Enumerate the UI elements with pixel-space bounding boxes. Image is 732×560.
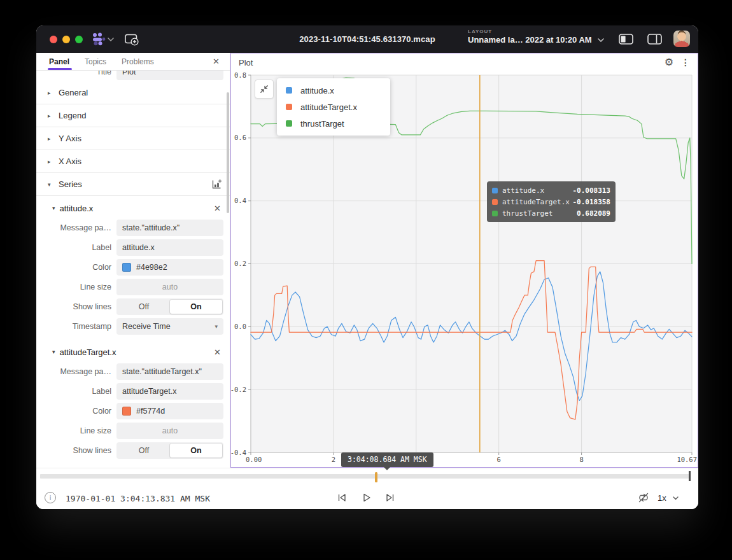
chevron-down-icon: ▾ [52, 349, 55, 355]
zoom-window-button[interactable] [75, 36, 83, 43]
left-sidebar-toggle-icon[interactable] [619, 34, 633, 47]
show-lines-label: Show lines [36, 302, 116, 311]
show-lines-toggle: Off On [116, 298, 223, 315]
label-field-label: Label [36, 387, 116, 396]
section-x-axis[interactable]: ▸ X Axis [36, 150, 230, 173]
show-lines-off[interactable]: Off [118, 444, 170, 458]
tab-panel[interactable]: Panel [49, 57, 69, 66]
title-input[interactable]: Plot [116, 71, 223, 80]
tab-problems[interactable]: Problems [122, 57, 154, 66]
info-icon[interactable]: i [45, 492, 56, 503]
timestamp-select[interactable]: Receive Time ▾ [116, 318, 223, 335]
right-sidebar-toggle-icon[interactable] [647, 34, 662, 47]
close-icon[interactable]: ✕ [213, 57, 220, 66]
foxglove-logo-icon [92, 32, 106, 46]
section-series[interactable]: ▾ Series [36, 173, 230, 196]
collapse-legend-button[interactable] [255, 80, 274, 99]
chevron-down-icon: ▾ [215, 323, 218, 330]
series-color-swatch [286, 120, 292, 127]
chevron-right-icon: ▸ [48, 113, 56, 119]
color-input[interactable]: #f5774d [116, 403, 223, 419]
color-input[interactable]: #4e98e2 [116, 259, 223, 276]
tooltip-value: -0.008313 [572, 186, 610, 195]
label-input[interactable]: attitudeTarget.x [116, 383, 223, 400]
loop-off-icon[interactable] [637, 491, 650, 507]
desktop-background: 2023-11-10T04:51:45.631370.mcap LAYOUT U… [0, 0, 732, 560]
svg-text:0.00: 0.00 [246, 456, 262, 463]
message-path-input[interactable]: state."attitude.x" [116, 220, 223, 236]
tab-topics[interactable]: Topics [85, 57, 106, 66]
svg-text:-0.2: -0.2 [231, 386, 246, 393]
section-y-axis[interactable]: ▸ Y Axis [36, 127, 230, 150]
timeline-scrubber[interactable] [40, 474, 691, 479]
show-lines-on[interactable]: On [170, 300, 222, 314]
section-general[interactable]: ▸ General [36, 81, 230, 104]
series-color-swatch [492, 199, 498, 205]
playback-speed-select[interactable]: 1x [658, 493, 679, 503]
line-size-input[interactable]: auto [116, 279, 223, 295]
app-menu-chevron-down-icon[interactable] [108, 38, 114, 41]
show-lines-label: Show lines [36, 446, 116, 455]
svg-text:8: 8 [579, 456, 583, 463]
chevron-down-icon [598, 38, 604, 42]
line-size-input[interactable]: auto [116, 423, 223, 439]
label-input[interactable]: attitude.x [116, 239, 223, 256]
window-controls [50, 36, 83, 43]
seek-start-button[interactable] [335, 491, 348, 504]
chevron-down-icon: ▾ [48, 181, 56, 188]
layout-picker[interactable]: LAYOUT Unnamed la… 2022 at 10:20 AM [468, 29, 604, 45]
playhead-marker[interactable] [375, 472, 377, 482]
section-legend[interactable]: ▸ Legend [36, 104, 230, 127]
color-swatch[interactable] [122, 407, 131, 416]
series-group-header[interactable]: ▾ attitudeTarget.x ✕ [36, 342, 230, 361]
seek-end-button[interactable] [384, 491, 397, 504]
legend-item-attitude-x[interactable]: attitude.x [277, 82, 390, 99]
play-button[interactable] [360, 491, 372, 504]
line-size-label: Line size [36, 426, 116, 435]
settings-sidebar: Panel Topics Problems ✕ Title Plot ▸ Gen… [36, 53, 230, 468]
message-path-label: Message pa… [36, 367, 116, 376]
color-swatch[interactable] [122, 263, 131, 272]
chevron-down-icon: ▾ [52, 205, 55, 211]
svg-text:2: 2 [332, 456, 335, 463]
add-panel-icon[interactable] [125, 33, 139, 46]
timestamp-field-label: Timestamp [36, 322, 116, 331]
close-window-button[interactable] [50, 36, 57, 43]
remove-series-icon[interactable]: ✕ [214, 348, 221, 356]
layout-name: Unnamed la… 2022 at 10:20 AM [468, 35, 592, 45]
chevron-down-icon [673, 496, 679, 500]
show-lines-off[interactable]: Off [118, 300, 170, 314]
minimize-window-button[interactable] [62, 36, 70, 43]
layout-label: LAYOUT [468, 29, 604, 34]
line-size-label: Line size [36, 283, 116, 291]
titlebar: 2023-11-10T04:51:45.631370.mcap LAYOUT U… [36, 25, 698, 53]
chevron-right-icon: ▸ [48, 158, 56, 165]
scrollbar[interactable] [227, 92, 229, 213]
add-series-icon[interactable] [211, 179, 222, 190]
avatar[interactable] [673, 31, 690, 47]
color-field-label: Color [36, 263, 116, 272]
show-lines-on[interactable]: On [170, 444, 222, 458]
plot-legend: attitude.x attitudeTarget.x thrustTarget [277, 78, 390, 136]
label-field-label: Label [36, 243, 116, 252]
remove-series-icon[interactable]: ✕ [214, 204, 221, 213]
show-lines-toggle: Off On [116, 442, 223, 459]
legend-item-thrust-target[interactable]: thrustTarget [277, 115, 390, 132]
svg-text:-0.4: -0.4 [231, 449, 246, 456]
svg-text:0.4: 0.4 [234, 197, 246, 204]
svg-text:0.0: 0.0 [234, 323, 246, 330]
series-group-attitude-target-x: ▾ attitudeTarget.x ✕ Message pa… state."… [36, 336, 230, 460]
playback-controls [335, 491, 397, 504]
sidebar-tabbar: Panel Topics Problems ✕ [36, 53, 230, 71]
message-path-input[interactable]: state."attitudeTarget.x" [116, 363, 223, 380]
legend-item-attitude-target-x[interactable]: attitudeTarget.x [277, 99, 390, 115]
svg-text:0.2: 0.2 [234, 260, 246, 267]
current-timestamp: 1970-01-01 3:04:13.831 AM MSK [66, 494, 210, 503]
app-window: 2023-11-10T04:51:45.631370.mcap LAYOUT U… [36, 25, 698, 509]
active-tab-underline [48, 68, 72, 70]
svg-text:6: 6 [497, 456, 501, 463]
series-group-header[interactable]: ▾ attitude.x ✕ [36, 199, 230, 218]
plot-panel[interactable]: Plot ⚙ ⋮ 0.80.60.40.20.0-0.2-0.40.002468… [230, 53, 698, 468]
chevron-right-icon: ▸ [48, 90, 56, 96]
scrubber-time-tooltip: 3:04:08.684 AM MSK [341, 452, 433, 467]
